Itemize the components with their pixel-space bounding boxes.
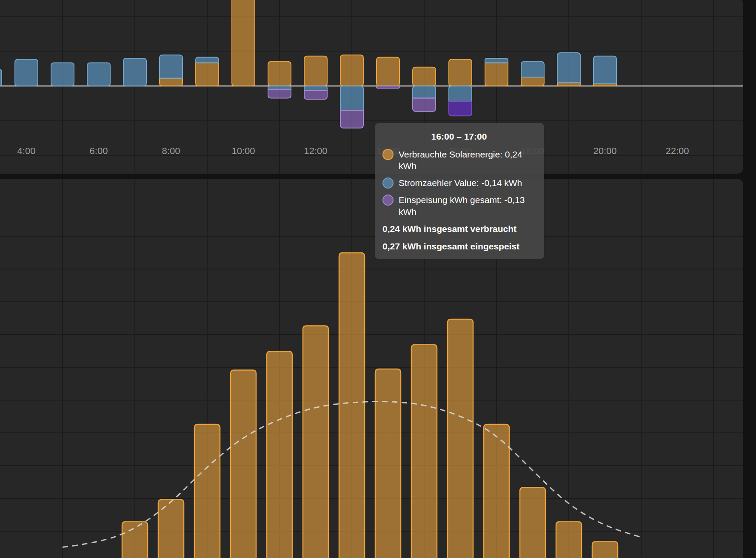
usage-bar-grid[interactable] bbox=[340, 86, 363, 110]
usage-bar-grid[interactable] bbox=[449, 86, 472, 101]
usage-bar-grid[interactable] bbox=[521, 62, 544, 77]
usage-bar-solar[interactable] bbox=[232, 0, 255, 86]
solar-production-bar[interactable] bbox=[375, 369, 401, 558]
usage-bar-grid[interactable] bbox=[557, 53, 580, 83]
usage-bar-solar[interactable] bbox=[413, 67, 436, 86]
usage-bar-feedin[interactable] bbox=[304, 90, 327, 99]
usage-bar-feedin[interactable] bbox=[413, 98, 436, 112]
usage-bar-solar[interactable] bbox=[196, 63, 219, 86]
energy-dashboard: 4:006:008:0010:0012:0014:0016:0018:0020:… bbox=[0, 0, 756, 558]
tooltip-total-consumed: 0,24 kWh insgesamt verbraucht bbox=[382, 223, 536, 235]
x-axis-label: 22:00 bbox=[665, 146, 689, 156]
solar-production-card bbox=[0, 179, 743, 558]
solar-production-bar[interactable] bbox=[339, 253, 365, 558]
usage-bar-grid[interactable] bbox=[268, 86, 291, 89]
solar-production-bar[interactable] bbox=[122, 522, 148, 558]
solar-production-bar[interactable] bbox=[267, 351, 292, 558]
tooltip-title: 16:00 – 17:00 bbox=[382, 131, 536, 143]
usage-bar-solar[interactable] bbox=[449, 60, 472, 86]
usage-bar-grid[interactable] bbox=[196, 57, 219, 63]
solar-production-bar[interactable] bbox=[231, 370, 256, 558]
x-axis-label: 4:00 bbox=[17, 146, 36, 156]
usage-bar-grid[interactable] bbox=[413, 86, 436, 98]
usage-bar-grid[interactable] bbox=[123, 58, 146, 86]
usage-bar-solar[interactable] bbox=[268, 62, 291, 86]
usage-bar-grid[interactable] bbox=[15, 60, 38, 86]
energy-usage-chart: 4:006:008:0010:0012:0014:0016:0018:0020:… bbox=[0, 0, 743, 174]
usage-bar-grid[interactable] bbox=[160, 55, 183, 78]
tooltip-item-label: Verbrauchte Solarenergie: 0,24 kWh bbox=[399, 149, 536, 172]
energy-usage-card: 4:006:008:0010:0012:0014:0016:0018:0020:… bbox=[0, 0, 743, 174]
tooltip-item-feedin: Einspeisung kWh gesamt: -0,13 kWh bbox=[382, 194, 536, 217]
chart-tooltip: 16:00 – 17:00 Verbrauchte Solarenergie: … bbox=[375, 123, 544, 259]
solar-production-bar[interactable] bbox=[411, 345, 437, 558]
tooltip-item-solar: Verbrauchte Solarenergie: 0,24 kWh bbox=[382, 149, 536, 172]
grid-series-dot-icon bbox=[382, 177, 394, 189]
usage-bar-feedin_dark[interactable] bbox=[449, 101, 472, 116]
x-axis-label: 8:00 bbox=[162, 146, 180, 156]
usage-bar-grid[interactable] bbox=[304, 86, 327, 90]
usage-bar-feedin[interactable] bbox=[377, 86, 399, 88]
usage-bar-grid[interactable] bbox=[0, 69, 2, 86]
solar-production-bar[interactable] bbox=[484, 424, 509, 558]
usage-bar-solar[interactable] bbox=[485, 63, 508, 86]
solar-production-chart bbox=[0, 179, 743, 558]
usage-bar-solar[interactable] bbox=[377, 57, 399, 86]
solar-production-bar[interactable] bbox=[520, 487, 545, 558]
solar-production-bar[interactable] bbox=[303, 326, 328, 558]
x-axis-label: 12:00 bbox=[304, 146, 327, 156]
solar-production-bar[interactable] bbox=[556, 522, 582, 558]
solar-production-bar[interactable] bbox=[592, 542, 618, 558]
usage-bar-solar[interactable] bbox=[340, 55, 363, 86]
usage-bar-feedin[interactable] bbox=[340, 110, 363, 128]
usage-bar-solar[interactable] bbox=[304, 56, 327, 86]
usage-bar-grid[interactable] bbox=[87, 63, 110, 86]
usage-bar-solar[interactable] bbox=[521, 77, 544, 86]
tooltip-item-label: Stromzaehler Value: -0,14 kWh bbox=[399, 177, 536, 189]
solar-series-dot-icon bbox=[382, 149, 394, 160]
feedin-series-dot-icon bbox=[382, 195, 394, 206]
usage-bar-grid[interactable] bbox=[485, 58, 508, 63]
usage-bar-grid[interactable] bbox=[51, 63, 74, 86]
usage-bar-grid[interactable] bbox=[593, 56, 616, 84]
tooltip-total-fed-in: 0,27 kWh insgesamt eingespeist bbox=[382, 240, 536, 252]
tooltip-item-grid: Stromzaehler Value: -0,14 kWh bbox=[382, 177, 536, 189]
x-axis-label: 10:00 bbox=[231, 146, 255, 156]
x-axis-label: 6:00 bbox=[90, 146, 108, 156]
solar-production-bar[interactable] bbox=[448, 319, 473, 558]
usage-bar-solar[interactable] bbox=[160, 78, 183, 86]
solar-production-bar[interactable] bbox=[194, 424, 220, 558]
tooltip-item-label: Einspeisung kWh gesamt: -0,13 kWh bbox=[399, 194, 536, 217]
x-axis-label: 20:00 bbox=[593, 146, 616, 156]
usage-bar-solar[interactable] bbox=[557, 83, 580, 86]
usage-bar-feedin[interactable] bbox=[268, 89, 291, 98]
